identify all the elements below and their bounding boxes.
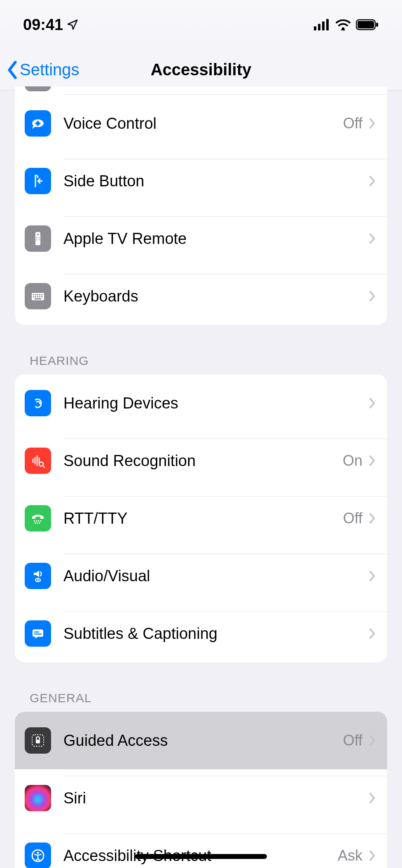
row-keyboards[interactable]: Keyboards xyxy=(15,267,387,325)
svg-rect-25 xyxy=(41,296,42,297)
chevron-right-icon xyxy=(368,454,376,467)
sound-recognition-icon xyxy=(25,448,51,474)
svg-point-4 xyxy=(342,28,345,30)
settings-group-hearing: Hearing Devices Sound Recognition On xyxy=(15,374,387,662)
row-hearing-devices[interactable]: Hearing Devices xyxy=(15,374,387,432)
chevron-left-icon xyxy=(7,61,18,79)
row-value: Off xyxy=(343,732,362,749)
settings-group-physical: Voice Control Off Side Button Apple xyxy=(15,86,387,325)
status-time-text: 09:41 xyxy=(23,16,63,34)
svg-rect-34 xyxy=(39,522,40,524)
row-side-button[interactable]: Side Button xyxy=(15,152,387,210)
row-label: Apple TV Remote xyxy=(63,230,187,248)
subtitles-icon xyxy=(25,620,51,647)
chevron-right-icon xyxy=(368,627,376,640)
status-bar: 09:41 xyxy=(0,0,402,49)
row-value: Off xyxy=(343,115,362,132)
svg-rect-7 xyxy=(376,23,378,27)
chevron-right-icon xyxy=(368,174,376,188)
svg-rect-30 xyxy=(38,520,39,522)
settings-group-general: Guided Access Off Siri Accessibility Sho… xyxy=(15,712,387,868)
svg-rect-41 xyxy=(36,740,40,743)
audio-visual-icon xyxy=(25,563,51,589)
accessibility-shortcut-icon xyxy=(25,842,51,868)
svg-rect-1 xyxy=(318,24,320,30)
svg-rect-16 xyxy=(33,294,34,295)
cellular-icon xyxy=(314,19,330,30)
svg-rect-29 xyxy=(36,520,37,522)
chevron-right-icon xyxy=(368,791,376,805)
svg-rect-20 xyxy=(41,294,42,295)
apple-tv-remote-icon xyxy=(25,225,51,252)
svg-point-43 xyxy=(37,852,39,854)
row-siri[interactable]: Siri xyxy=(15,769,387,827)
voice-control-icon xyxy=(25,110,51,137)
row-audio-visual[interactable]: Audio/Visual xyxy=(15,547,387,605)
section-header-general: GENERAL xyxy=(15,662,387,712)
row-sound-recognition[interactable]: Sound Recognition On xyxy=(15,432,387,490)
keyboards-icon xyxy=(25,283,51,309)
row-voice-control[interactable]: Voice Control Off xyxy=(15,95,387,152)
row-value: Ask xyxy=(338,847,362,864)
rtt-tty-icon xyxy=(25,505,51,531)
location-icon xyxy=(66,19,79,31)
svg-rect-26 xyxy=(35,298,41,299)
chevron-right-icon xyxy=(368,232,376,245)
svg-rect-33 xyxy=(37,522,38,524)
hearing-devices-icon xyxy=(25,390,51,416)
svg-rect-39 xyxy=(34,634,42,635)
svg-rect-31 xyxy=(40,520,41,522)
row-label: Side Button xyxy=(63,172,144,190)
row-label: Voice Control xyxy=(63,115,157,132)
nav-bar: Settings Accessibility xyxy=(0,49,402,91)
chevron-right-icon xyxy=(368,512,376,525)
row-rtt-tty[interactable]: RTT/TTY Off xyxy=(15,490,387,547)
svg-point-36 xyxy=(37,579,39,581)
svg-rect-6 xyxy=(358,21,374,28)
chevron-right-icon xyxy=(368,734,376,747)
section-header-hearing: HEARING xyxy=(15,325,387,374)
svg-rect-3 xyxy=(326,19,329,30)
guided-access-icon xyxy=(25,727,51,754)
back-label: Settings xyxy=(20,60,79,79)
partial-row-icon xyxy=(25,86,51,91)
status-time: 09:41 xyxy=(23,16,79,34)
row-guided-access[interactable]: Guided Access Off xyxy=(15,712,387,769)
chevron-right-icon xyxy=(368,117,376,130)
row-accessibility-shortcut[interactable]: Accessibility Shortcut Ask xyxy=(15,827,387,868)
row-label: Guided Access xyxy=(63,732,168,750)
row-value: Off xyxy=(343,510,362,527)
home-indicator[interactable] xyxy=(135,854,267,859)
row-label: Keyboards xyxy=(63,288,138,305)
row-subtitles[interactable]: Subtitles & Captioning xyxy=(15,605,387,662)
svg-point-10 xyxy=(37,234,39,235)
row-apple-tv-remote[interactable]: Apple TV Remote xyxy=(15,210,387,267)
row-label: Subtitles & Captioning xyxy=(63,625,217,643)
row-label: Siri xyxy=(63,789,86,807)
siri-icon xyxy=(25,785,51,811)
svg-rect-17 xyxy=(35,294,36,295)
svg-rect-24 xyxy=(39,296,40,297)
svg-rect-37 xyxy=(33,629,43,637)
svg-rect-38 xyxy=(34,631,39,633)
svg-point-12 xyxy=(39,237,40,239)
chevron-right-icon xyxy=(368,569,376,583)
side-button-icon xyxy=(25,168,51,194)
chevron-right-icon xyxy=(368,397,376,410)
svg-point-14 xyxy=(39,239,40,241)
svg-rect-22 xyxy=(35,296,36,297)
chevron-right-icon xyxy=(368,290,376,303)
svg-point-13 xyxy=(36,239,37,241)
wifi-icon xyxy=(335,19,351,30)
svg-rect-32 xyxy=(35,522,36,524)
chevron-right-icon xyxy=(368,849,376,862)
partial-row xyxy=(63,86,387,95)
svg-rect-28 xyxy=(34,520,35,522)
svg-rect-18 xyxy=(37,294,38,295)
back-button[interactable]: Settings xyxy=(7,60,79,79)
svg-point-11 xyxy=(36,237,37,239)
svg-rect-23 xyxy=(37,296,38,297)
svg-rect-19 xyxy=(39,294,40,295)
svg-rect-21 xyxy=(33,296,34,297)
row-label: Hearing Devices xyxy=(63,395,178,412)
